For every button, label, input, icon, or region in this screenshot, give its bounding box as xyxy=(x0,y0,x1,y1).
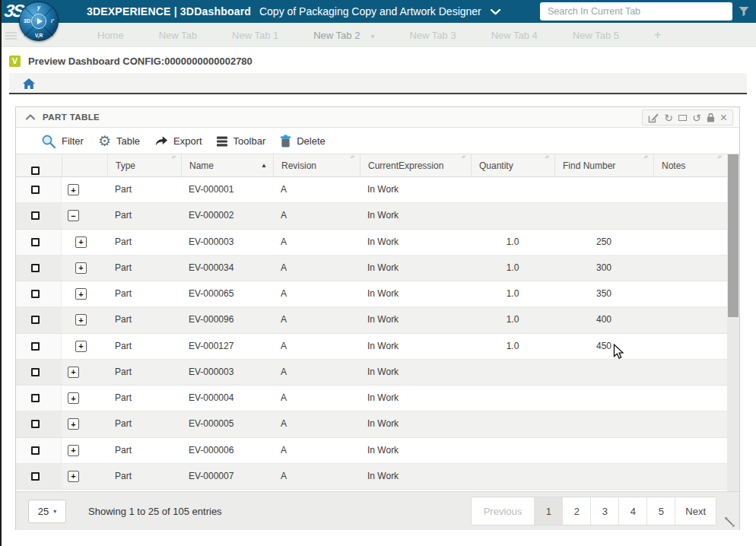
sort-icon: ▴▾ xyxy=(643,154,647,176)
row-checkbox[interactable] xyxy=(31,264,40,272)
tab-caret-icon[interactable]: ▾ xyxy=(370,32,374,40)
row-checkbox[interactable] xyxy=(31,420,40,428)
scrollbar-thumb[interactable] xyxy=(728,154,739,317)
table-settings-button[interactable]: ⚙ Table xyxy=(98,134,140,148)
row-checkbox[interactable] xyxy=(31,238,40,246)
row-select-cell xyxy=(16,411,62,436)
undo-icon[interactable]: ↺ xyxy=(692,113,701,123)
row-select-cell xyxy=(16,256,62,281)
chevron-down-icon[interactable] xyxy=(491,9,500,15)
row-expand-cell: + xyxy=(62,281,107,306)
column-header-name[interactable]: Name▲ xyxy=(181,154,273,176)
page-button-4[interactable]: 4 xyxy=(618,497,646,525)
row-checkbox[interactable] xyxy=(31,342,40,351)
expand-button[interactable]: + xyxy=(68,445,79,456)
row-checkbox[interactable] xyxy=(31,472,40,481)
toolbar-button[interactable]: Toolbar xyxy=(217,135,266,147)
tab-new-tab-4[interactable]: New Tab 4 xyxy=(491,30,538,41)
window-left-edge xyxy=(0,0,2,546)
tab-new-tab[interactable]: New Tab xyxy=(159,30,197,41)
expand-button[interactable]: + xyxy=(75,236,87,248)
row-checkbox[interactable] xyxy=(31,446,40,455)
expand-button[interactable]: + xyxy=(68,392,79,404)
menu-icon[interactable] xyxy=(5,30,17,41)
search-box[interactable] xyxy=(540,2,732,21)
collapse-widget-icon[interactable] xyxy=(26,114,35,120)
row-select-cell xyxy=(16,177,62,202)
table-row: +PartEV-000003AIn Work1.0250 xyxy=(16,230,727,256)
select-all-checkbox[interactable] xyxy=(31,167,40,175)
page-size-select[interactable]: 25 ▾ xyxy=(28,500,66,523)
cell-revision: A xyxy=(273,307,360,332)
filter-funnel-icon[interactable] xyxy=(738,5,750,17)
collapse-button[interactable]: − xyxy=(68,210,79,221)
tab-new-tab-2[interactable]: New Tab 2▾ xyxy=(313,30,374,41)
search-input[interactable] xyxy=(540,2,732,21)
tab-home[interactable]: Home xyxy=(97,30,124,41)
cell-quantity: 1.0 xyxy=(471,334,554,359)
cell-name: EV-000007 xyxy=(181,464,273,489)
page-button-1[interactable]: 1 xyxy=(534,497,562,525)
expand-button[interactable]: + xyxy=(75,262,87,274)
cell-current-expression: In Work xyxy=(360,334,471,359)
close-icon[interactable]: × xyxy=(720,112,727,124)
expand-button[interactable]: + xyxy=(75,288,87,300)
home-icon[interactable] xyxy=(23,78,35,89)
tab-label: New Tab 4 xyxy=(491,30,538,41)
row-select-cell xyxy=(16,438,62,463)
filter-button[interactable]: Filter xyxy=(41,134,84,149)
row-checkbox[interactable] xyxy=(31,211,40,220)
cell-name: EV-000005 xyxy=(181,411,273,436)
cell-quantity xyxy=(471,464,554,489)
page-button-3[interactable]: 3 xyxy=(590,497,618,525)
add-tab-button[interactable]: + xyxy=(654,28,661,42)
sort-icon: ▴▾ xyxy=(461,154,465,176)
cell-quantity: 1.0 xyxy=(471,307,554,332)
page-button-previous[interactable]: Previous xyxy=(472,497,535,525)
maximize-icon[interactable] xyxy=(678,115,687,121)
row-checkbox[interactable] xyxy=(31,394,40,402)
page-button-2[interactable]: 2 xyxy=(562,497,590,525)
cell-current-expression: In Work xyxy=(360,281,471,306)
expand-button[interactable]: + xyxy=(68,367,79,378)
tab-new-tab-3[interactable]: New Tab 3 xyxy=(409,30,456,41)
expand-button[interactable]: + xyxy=(68,184,79,195)
resize-handle-icon[interactable] xyxy=(723,515,736,529)
cell-notes xyxy=(653,464,727,489)
expand-button[interactable]: + xyxy=(75,314,87,325)
compass-play-button[interactable] xyxy=(31,14,46,29)
delete-button[interactable]: Delete xyxy=(280,135,326,148)
tab-new-tab-1[interactable]: New Tab 1 xyxy=(232,30,278,41)
lock-icon[interactable] xyxy=(707,113,715,122)
table-row: +PartEV-000001AIn Work xyxy=(16,177,727,203)
tab-label: New Tab xyxy=(159,30,197,41)
delete-label: Delete xyxy=(297,135,326,147)
row-checkbox[interactable] xyxy=(31,368,40,376)
refresh-icon[interactable]: ↻ xyxy=(664,113,673,123)
table-row: +PartEV-000007AIn Work xyxy=(16,464,727,490)
expand-button[interactable]: + xyxy=(68,418,79,430)
mouse-cursor xyxy=(613,344,624,360)
expand-button[interactable]: + xyxy=(68,471,79,482)
expand-button[interactable]: + xyxy=(75,341,87,352)
row-checkbox[interactable] xyxy=(31,316,40,324)
app-header: 3DEXPERIENCE | 3DDashboard Copy of Packa… xyxy=(87,0,500,23)
tab-label: + xyxy=(654,28,661,41)
row-checkbox[interactable] xyxy=(31,290,40,298)
vertical-scrollbar[interactable] xyxy=(727,154,739,491)
column-header-type[interactable]: Type▴▾ xyxy=(107,154,181,176)
tab-new-tab-5[interactable]: New Tab 5 xyxy=(573,30,619,41)
dashboard-title[interactable]: Copy of Packaging Copy and Artwork Desig… xyxy=(259,5,481,17)
row-checkbox[interactable] xyxy=(31,186,40,194)
edit-icon[interactable] xyxy=(648,113,659,123)
column-header-quantity[interactable]: Quantity▴▾ xyxy=(471,154,554,176)
3dcompass-icon[interactable]: y 3D i’ V,R xyxy=(19,2,59,41)
column-header-currentexpression[interactable]: CurrentExpression▴▾ xyxy=(360,154,471,176)
column-header-find-number[interactable]: Find Number▴▾ xyxy=(554,154,653,176)
column-header-revision[interactable]: Revision▴▾ xyxy=(273,154,360,176)
export-button[interactable]: Export xyxy=(154,135,202,147)
cell-quantity xyxy=(471,438,554,463)
page-button-5[interactable]: 5 xyxy=(646,497,675,525)
column-header-notes[interactable]: Notes▴▾ xyxy=(653,154,727,176)
page-button-next[interactable]: Next xyxy=(675,497,716,525)
